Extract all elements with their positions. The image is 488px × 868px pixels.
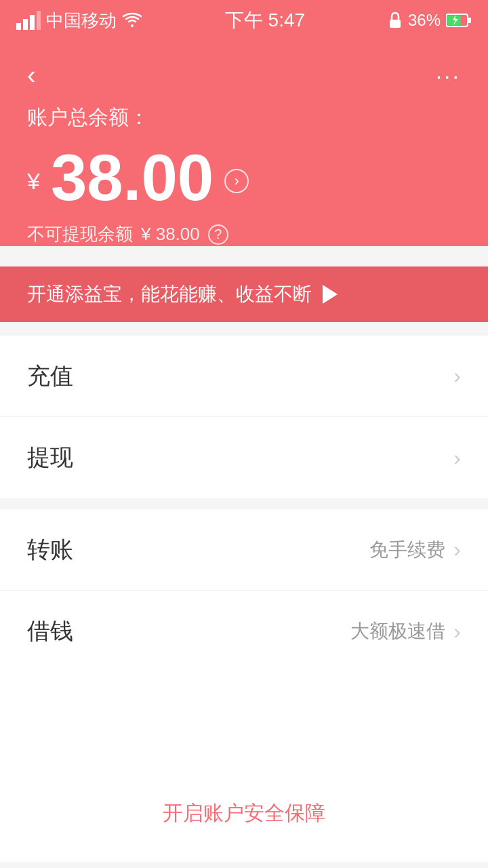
non-withdrawable-amount: ¥ 38.00 [141,224,200,245]
borrow-label: 借钱 [27,616,73,647]
withdraw-label: 提现 [27,442,73,473]
back-button[interactable]: ‹ [20,54,43,97]
wifi-icon [122,12,142,28]
borrow-chevron: › [453,619,461,644]
transfer-label: 转账 [27,534,73,566]
status-bar: 中国移动 下午 5:47 36% [0,0,488,41]
menu-group-1: 充值 › 提现 › [0,336,488,498]
lock-icon [388,12,403,29]
menu-group-2: 转账 免手续费 › 借钱 大额极速借 › [0,509,488,672]
transfer-badge: 免手续费 [369,537,445,563]
borrow-badge: 大额极速借 [350,618,445,644]
menu-item-withdraw[interactable]: 提现 › [0,417,488,498]
svg-rect-4 [390,20,401,28]
battery-icon [446,13,472,28]
svg-rect-1 [23,19,28,30]
signal-icon [16,11,41,30]
recharge-chevron: › [453,363,461,389]
page-wrapper: 中国移动 下午 5:47 36% [0,0,488,868]
banner-strip[interactable]: 开通添益宝，能花能赚、收益不断 [0,267,488,322]
balance-amount: 38.00 [51,145,214,210]
balance-row: ¥ 38.00 › [27,145,461,210]
bottom-section [0,672,488,862]
top-gap [0,322,488,336]
recharge-right: › [453,363,461,389]
status-time: 下午 5:47 [225,7,305,33]
account-label: 账户总余额： [27,104,461,132]
menu-item-transfer[interactable]: 转账 免手续费 › [0,509,488,591]
balance-detail-button[interactable]: › [224,169,249,193]
transfer-chevron: › [453,537,461,562]
play-icon [323,285,338,304]
menu-item-borrow[interactable]: 借钱 大额极速借 › [0,591,488,672]
status-left: 中国移动 [16,9,142,33]
battery-text: 36% [408,11,441,30]
non-withdrawable-label: 不可提现余额 [27,222,133,246]
recharge-label: 充值 [27,361,73,392]
more-button[interactable]: ··· [429,56,468,96]
menu-item-recharge[interactable]: 充值 › [0,336,488,417]
transfer-right: 免手续费 › [369,537,461,563]
borrow-right: 大额极速借 › [350,618,461,644]
hero-section: 账户总余额： ¥ 38.00 › 不可提现余额 ¥ 38.00 ? [0,97,488,246]
svg-rect-0 [16,23,21,30]
svg-rect-3 [37,11,41,30]
banner-text: 开通添益宝，能花能赚、收益不断 [27,281,312,307]
withdraw-chevron: › [453,446,461,471]
help-icon[interactable]: ? [208,224,228,245]
svg-rect-7 [468,18,471,23]
group-divider [0,498,488,509]
currency-symbol: ¥ [27,168,40,195]
withdraw-right: › [453,446,461,471]
carrier-text: 中国移动 [46,9,117,33]
non-withdrawable-row: 不可提现余额 ¥ 38.00 ? [27,222,461,246]
status-right: 36% [388,11,472,30]
svg-rect-2 [30,15,35,30]
page-header: ‹ ··· [0,41,488,97]
security-button[interactable]: 开启账户安全保障 [163,800,325,827]
